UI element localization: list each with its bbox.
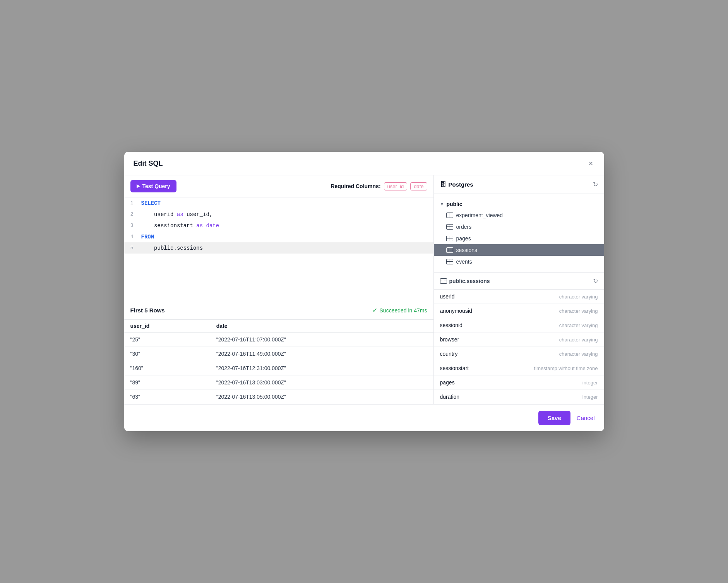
column-row-anonymousid: anonymousidcharacter varying (434, 304, 604, 318)
table-header-row: user_id date (124, 320, 433, 333)
table-cell: "2022-07-16T13:03:00.000Z" (210, 376, 433, 390)
table-item-events[interactable]: events (434, 256, 604, 267)
col-badge-date: date (410, 182, 427, 190)
table-item-pages[interactable]: pages (434, 233, 604, 244)
line-content-2: userid as user_id, (138, 209, 433, 220)
column-type: timestamp without time zone (534, 365, 598, 371)
modal-title: Edit SQL (134, 159, 163, 168)
line-number-4: 4 (124, 231, 138, 242)
line-number-1: 1 (124, 197, 138, 209)
code-text: sessionstart (141, 223, 197, 229)
save-button[interactable]: Save (538, 411, 570, 425)
play-icon (137, 184, 140, 188)
column-name: duration (440, 394, 460, 400)
db-name-label: Postgres (449, 181, 473, 188)
col-header-user-id: user_id (124, 320, 210, 333)
keyword-from: FROM (141, 234, 154, 240)
table-icon-detail (440, 278, 447, 284)
columns-list: useridcharacter varyinganonymousidcharac… (434, 290, 604, 404)
chevron-down-icon: ▼ (440, 202, 444, 206)
table-icon-events (446, 259, 453, 264)
table-cell: "2022-07-16T13:05:00.000Z" (210, 390, 433, 404)
col-header-date: date (210, 320, 433, 333)
column-type: character varying (559, 351, 598, 357)
column-type: integer (582, 394, 598, 400)
code-editor[interactable]: 1 SELECT 2 userid as user_id, 3 sessions… (124, 197, 433, 301)
table-cell: "2022-07-16T12:31:00.000Z" (210, 361, 433, 376)
test-query-label: Test Query (142, 183, 170, 189)
success-text: Succeeded in 47ms (380, 307, 427, 314)
column-name: pages (440, 379, 455, 386)
keyword-as-1: as (177, 211, 183, 218)
table-cell: "25" (124, 333, 210, 347)
edit-sql-modal: Edit SQL × Test Query Required Columns: … (124, 152, 604, 431)
toolbar: Test Query Required Columns: user_id dat… (124, 175, 433, 197)
table-item-sessions[interactable]: sessions (434, 244, 604, 256)
column-name: browser (440, 336, 459, 343)
close-button[interactable]: × (587, 158, 595, 169)
results-table: user_id date "25""2022-07-16T11:07:00.00… (124, 319, 433, 404)
schema-group-header[interactable]: ▼ public (434, 199, 604, 209)
line-content-1: SELECT (138, 197, 433, 209)
table-cell: "2022-07-16T11:07:00.000Z" (210, 333, 433, 347)
detail-table-name-label: public.sessions (449, 278, 490, 284)
detail-refresh-button[interactable]: ↻ (593, 277, 598, 285)
table-item-orders[interactable]: orders (434, 221, 604, 233)
code-text (203, 223, 206, 229)
code-text-sessions: public.sessions (141, 245, 203, 251)
code-line-1: 1 SELECT (124, 197, 433, 209)
db-header: 🗄 Postgres ↻ (434, 175, 604, 194)
code-line-4: 4 FROM (124, 231, 433, 242)
success-message: ✓ Succeeded in 47ms (372, 307, 427, 314)
required-columns-label: Required Columns: (331, 183, 380, 189)
refresh-button[interactable]: ↻ (593, 181, 598, 188)
line-number-2: 2 (124, 209, 138, 220)
column-type: character varying (559, 308, 598, 314)
table-name-sessions: sessions (456, 247, 477, 253)
line-content-4: FROM (138, 231, 433, 242)
table-row: "63""2022-07-16T13:05:00.000Z" (124, 390, 433, 404)
keyword-select: SELECT (141, 200, 161, 206)
column-row-userid: useridcharacter varying (434, 290, 604, 304)
table-detail-section: public.sessions ↻ useridcharacter varyin… (434, 272, 604, 404)
modal-body: Test Query Required Columns: user_id dat… (124, 175, 604, 404)
table-cell: "89" (124, 376, 210, 390)
required-columns-container: Required Columns: user_id date (331, 182, 427, 190)
column-row-duration: durationinteger (434, 390, 604, 404)
table-cell: "63" (124, 390, 210, 404)
schema-section: ▼ public experiment_viewedorderspagesses… (434, 194, 604, 272)
column-row-country: countrycharacter varying (434, 347, 604, 361)
results-title: First 5 Rows (130, 307, 165, 314)
column-type: integer (582, 380, 598, 386)
column-row-pages: pagesinteger (434, 376, 604, 390)
table-item-experiment_viewed[interactable]: experiment_viewed (434, 209, 604, 221)
test-query-button[interactable]: Test Query (130, 180, 176, 192)
column-row-browser: browsercharacter varying (434, 333, 604, 347)
code-line-3: 3 sessionstart as date (124, 220, 433, 231)
left-panel: Test Query Required Columns: user_id dat… (124, 175, 434, 404)
table-cell: "160" (124, 361, 210, 376)
results-header: First 5 Rows ✓ Succeeded in 47ms (124, 301, 433, 319)
code-line-2: 2 userid as user_id, (124, 209, 433, 220)
check-icon: ✓ (372, 307, 377, 314)
schema-name: public (446, 201, 462, 207)
table-name-events: events (456, 259, 472, 265)
column-row-sessionstart: sessionstarttimestamp without time zone (434, 361, 604, 376)
line-content-3: sessionstart as date (138, 220, 433, 231)
table-icon-pages (446, 236, 453, 241)
table-detail-name: public.sessions (440, 278, 490, 284)
table-row: "160""2022-07-16T12:31:00.000Z" (124, 361, 433, 376)
schema-group-public: ▼ public experiment_viewedorderspagesses… (434, 197, 604, 269)
cancel-button[interactable]: Cancel (577, 415, 595, 421)
db-name: 🗄 Postgres (440, 181, 473, 188)
line-number-5: 5 (124, 242, 138, 254)
table-icon-sessions (446, 247, 453, 253)
column-name: sessionstart (440, 365, 469, 371)
line-content-5: public.sessions (138, 242, 433, 254)
column-row-sessionid: sessionidcharacter varying (434, 318, 604, 333)
column-type: character varying (559, 294, 598, 300)
table-row: "25""2022-07-16T11:07:00.000Z" (124, 333, 433, 347)
column-name: anonymousid (440, 308, 472, 314)
column-name: country (440, 351, 458, 357)
database-icon: 🗄 (440, 181, 446, 188)
